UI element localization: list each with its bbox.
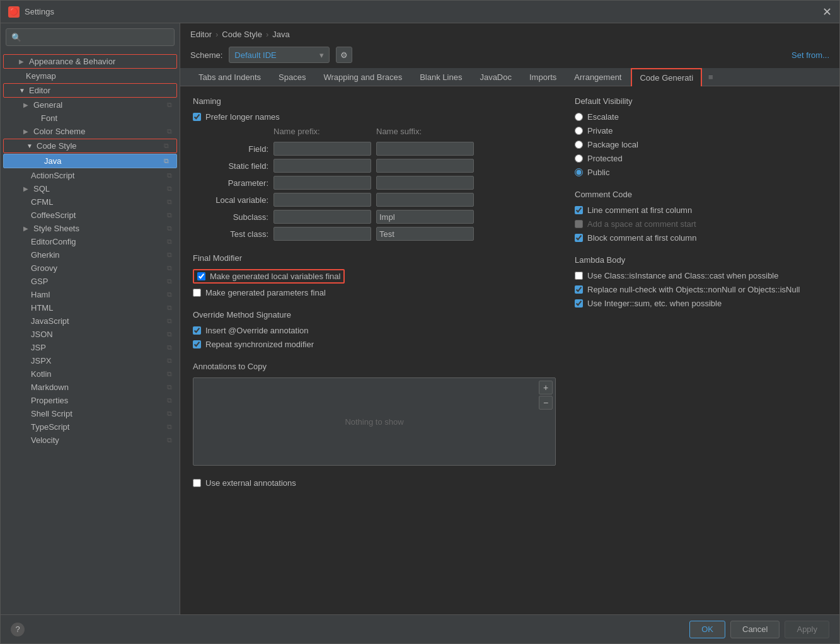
escalate-radio[interactable] [575, 113, 583, 121]
tab-wrapping-braces[interactable]: Wrapping and Braces [315, 68, 410, 86]
sidebar-item-label: HTML [31, 303, 53, 313]
field-prefix-input[interactable] [273, 142, 371, 156]
settings-content: Naming Prefer longer names Name prefix: … [180, 86, 839, 614]
close-button[interactable]: ✕ [822, 6, 832, 18]
insert-override-checkbox[interactable] [193, 326, 201, 335]
tab-more-button[interactable]: ≡ [703, 68, 718, 86]
sidebar-item-cfml[interactable]: CFML ⧉ [1, 195, 180, 209]
copy-icon: ⧉ [167, 383, 172, 391]
repeat-synchronized-checkbox[interactable] [193, 340, 201, 348]
sidebar-item-shellscript[interactable]: Shell Script ⧉ [1, 407, 180, 420]
copy-icon: ⧉ [167, 396, 172, 405]
use-external-checkbox[interactable] [193, 479, 201, 487]
tab-spaces[interactable]: Spaces [270, 68, 314, 86]
help-button[interactable]: ? [11, 623, 25, 636]
sidebar-item-label: Java [44, 156, 61, 166]
sidebar-item-coffeescript[interactable]: CoffeeScript ⧉ [1, 209, 180, 222]
scheme-select[interactable]: Default IDE ▾ [229, 47, 330, 63]
arrow-icon: ▶ [23, 185, 31, 192]
package-local-radio[interactable] [575, 141, 583, 149]
sidebar-item-json[interactable]: JSON ⧉ [1, 328, 180, 341]
use-isinstance-checkbox[interactable] [575, 272, 583, 280]
sidebar-item-jspx[interactable]: JSPX ⧉ [1, 354, 180, 367]
sidebar-item-velocity[interactable]: Velocity ⧉ [1, 434, 180, 447]
search-icon: 🔍 [11, 33, 21, 42]
annotations-title: Annotations to Copy [193, 362, 556, 371]
search-box[interactable]: 🔍 [6, 28, 175, 46]
add-space-checkbox[interactable] [575, 220, 583, 228]
sidebar-item-html[interactable]: HTML ⧉ [1, 301, 180, 314]
copy-icon: ⧉ [167, 101, 172, 109]
sidebar-item-stylesheets[interactable]: ▶ Style Sheets ⧉ [1, 222, 180, 235]
sidebar-item-kotlin[interactable]: Kotlin ⧉ [1, 367, 180, 381]
tab-imports[interactable]: Imports [521, 68, 565, 86]
apply-button[interactable]: Apply [785, 621, 829, 638]
sidebar-item-colorscheme[interactable]: ▶ Color Scheme ⧉ [1, 125, 180, 138]
arrow-icon: ▼ [26, 142, 34, 149]
breadcrumb-java: Java [272, 30, 289, 39]
local-variable-prefix-input[interactable] [273, 193, 371, 207]
sidebar-item-javascript[interactable]: JavaScript ⧉ [1, 314, 180, 328]
sidebar-item-actionscript[interactable]: ActionScript ⧉ [1, 169, 180, 182]
remove-annotation-button[interactable]: − [539, 396, 553, 410]
sidebar-item-properties[interactable]: Properties ⧉ [1, 394, 180, 407]
sidebar-item-markdown[interactable]: Markdown ⧉ [1, 381, 180, 394]
sidebar-item-gherkin[interactable]: Gherkin ⧉ [1, 248, 180, 262]
subclass-prefix-input[interactable] [273, 210, 371, 224]
lambda-body-title: Lambda Body [575, 255, 827, 265]
tab-tabs-indents[interactable]: Tabs and Indents [190, 68, 269, 86]
prefer-longer-names-checkbox[interactable] [193, 113, 201, 121]
ok-button[interactable]: OK [689, 621, 725, 638]
search-input[interactable] [25, 33, 169, 42]
protected-radio[interactable] [575, 154, 583, 163]
tab-arrangement[interactable]: Arrangement [566, 68, 630, 86]
private-radio[interactable] [575, 127, 583, 135]
cancel-button[interactable]: Cancel [730, 621, 780, 638]
sidebar-item-sql[interactable]: ▶ SQL ⧉ [1, 182, 180, 195]
sidebar-item-editorconfig[interactable]: EditorConfig ⧉ [1, 235, 180, 248]
static-field-suffix-input[interactable] [376, 159, 474, 173]
static-field-prefix-input[interactable] [273, 159, 371, 173]
parameter-prefix-input[interactable] [273, 176, 371, 190]
make-local-final-checkbox[interactable] [197, 272, 205, 280]
replace-null-check-checkbox[interactable] [575, 285, 583, 294]
set-from-link[interactable]: Set from... [791, 50, 829, 60]
sidebar-item-editor[interactable]: ▼ Editor [3, 83, 177, 98]
sidebar-item-jsp[interactable]: JSP ⧉ [1, 341, 180, 354]
local-variable-suffix-input[interactable] [376, 193, 474, 207]
line-first-col-checkbox[interactable] [575, 206, 583, 214]
sidebar-item-codestyle[interactable]: ▼ Code Style ⧉ [3, 139, 177, 153]
subclass-suffix-input[interactable] [376, 210, 474, 224]
sidebar-item-gsp[interactable]: GSP ⧉ [1, 275, 180, 288]
add-annotation-button[interactable]: + [539, 381, 553, 394]
field-suffix-input[interactable] [376, 142, 474, 156]
parameter-suffix-input[interactable] [376, 176, 474, 190]
sidebar-item-groovy[interactable]: Groovy ⧉ [1, 262, 180, 275]
sidebar-item-keymap[interactable]: Keymap [1, 69, 180, 83]
tab-blank-lines[interactable]: Blank Lines [411, 68, 470, 86]
sidebar-item-general[interactable]: ▶ General ⧉ [1, 98, 180, 112]
tab-javadoc[interactable]: JavaDoc [471, 68, 520, 86]
copy-icon: ⧉ [167, 211, 172, 219]
copy-icon: ⧉ [167, 185, 172, 193]
gear-button[interactable]: ⚙ [336, 47, 352, 63]
tabs-bar: Tabs and Indents Spaces Wrapping and Bra… [180, 68, 839, 86]
tab-code-generation[interactable]: Code Generati [631, 68, 702, 86]
sidebar-item-font[interactable]: Font [1, 112, 180, 125]
public-radio[interactable] [575, 168, 583, 176]
block-first-col-checkbox[interactable] [575, 234, 583, 242]
sidebar-item-java[interactable]: Java ⧉ [3, 154, 177, 168]
test-class-prefix-input[interactable] [273, 227, 371, 241]
naming-section: Naming Prefer longer names Name prefix: … [193, 96, 556, 241]
make-local-final-label: Make generated local variables final [210, 272, 340, 281]
sidebar-item-appearance[interactable]: ▶ Appearance & Behavior [3, 54, 177, 69]
sidebar-item-haml[interactable]: Haml ⧉ [1, 288, 180, 301]
sidebar-item-label: JSON [31, 330, 53, 339]
sidebar-item-typescript[interactable]: TypeScript ⧉ [1, 420, 180, 434]
footer: ? OK Cancel Apply [1, 614, 839, 643]
test-class-suffix-input[interactable] [376, 227, 474, 241]
make-params-final-checkbox[interactable] [193, 289, 201, 297]
use-integer-sum-checkbox[interactable] [575, 299, 583, 308]
field-label-local-variable: Local variable: [193, 195, 268, 205]
left-column: Naming Prefer longer names Name prefix: … [193, 96, 556, 604]
